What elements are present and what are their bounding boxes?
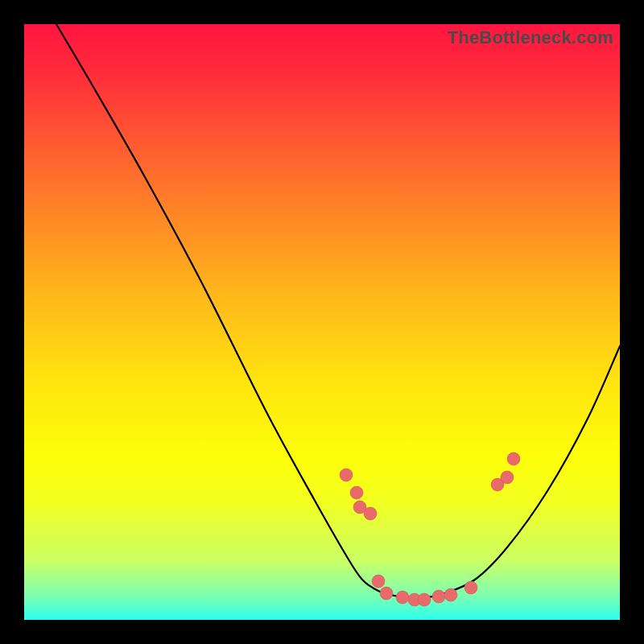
chart-svg bbox=[24, 24, 620, 620]
data-point bbox=[501, 471, 514, 484]
bottleneck-curve bbox=[56, 24, 620, 597]
data-point bbox=[464, 581, 477, 594]
plot-area: TheBottleneck.com bbox=[24, 24, 620, 620]
data-point bbox=[380, 587, 393, 600]
data-point bbox=[372, 575, 385, 588]
data-point bbox=[364, 507, 377, 520]
data-point bbox=[396, 591, 409, 604]
data-point bbox=[507, 452, 520, 465]
data-point bbox=[418, 593, 431, 606]
data-point bbox=[432, 590, 445, 603]
data-point bbox=[350, 486, 363, 499]
chart-frame: TheBottleneck.com bbox=[0, 0, 644, 644]
data-point bbox=[340, 469, 353, 481]
data-point bbox=[444, 588, 457, 601]
